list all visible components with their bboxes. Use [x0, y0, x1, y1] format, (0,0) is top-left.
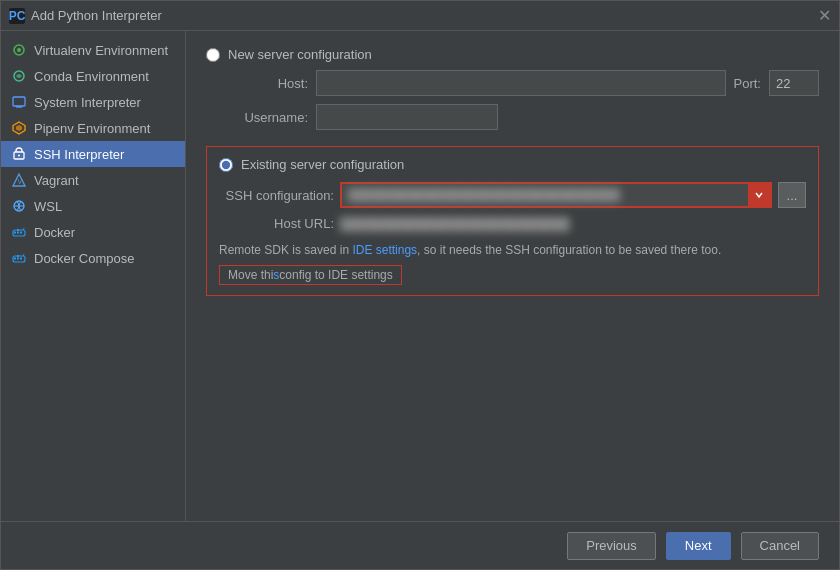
next-button[interactable]: Next — [666, 532, 731, 560]
new-server-radio-row: New server configuration — [206, 47, 819, 62]
host-url-row: Host URL: ███████████████████████████ — [219, 216, 806, 231]
host-input[interactable] — [316, 70, 726, 96]
new-server-form: Host: Port: 22 Username: — [206, 70, 819, 130]
svg-rect-3 — [13, 97, 25, 106]
ssh-config-row: SSH configuration: █████████████████████… — [219, 182, 806, 208]
vagrant-icon: V — [11, 172, 27, 188]
svg-text:V: V — [18, 178, 23, 185]
sidebar-label-ssh: SSH Interpreter — [34, 147, 124, 162]
host-label: Host: — [228, 76, 308, 91]
sidebar-label-conda: Conda Environment — [34, 69, 149, 84]
move-text-suffix: config to IDE settings — [279, 268, 392, 282]
title-bar-text: Add Python Interpreter — [31, 8, 817, 23]
info-text-suffix: , so it needs the SSH configuration to b… — [417, 243, 721, 257]
close-button[interactable]: ✕ — [817, 9, 831, 23]
conda-icon — [11, 68, 27, 84]
svg-rect-12 — [14, 232, 16, 234]
info-text-prefix: Remote SDK is saved in — [219, 243, 352, 257]
sidebar-label-wsl: WSL — [34, 199, 62, 214]
ssh-config-dropdown[interactable]: ████████████████████████████████ — [340, 182, 772, 208]
existing-server-section: Existing server configuration SSH config… — [206, 142, 819, 296]
sidebar-item-virtualenv[interactable]: Virtualenv Environment — [1, 37, 185, 63]
sidebar-label-virtualenv: Virtualenv Environment — [34, 43, 168, 58]
sidebar-label-docker: Docker — [34, 225, 75, 240]
existing-server-radio[interactable] — [219, 158, 233, 172]
add-python-interpreter-window: PC Add Python Interpreter ✕ Virtualenv E… — [0, 0, 840, 570]
content-area: Virtualenv Environment Conda Environment… — [1, 31, 839, 521]
svg-rect-20 — [17, 255, 19, 257]
sidebar-label-system: System Interpreter — [34, 95, 141, 110]
main-panel: New server configuration Host: Port: 22 … — [186, 31, 839, 521]
move-text-prefix: Move thi — [228, 268, 273, 282]
virtualenv-icon — [11, 42, 27, 58]
docker-compose-icon — [11, 250, 27, 266]
pipenv-icon — [11, 120, 27, 136]
title-bar: PC Add Python Interpreter ✕ — [1, 1, 839, 31]
sidebar-label-vagrant: Vagrant — [34, 173, 79, 188]
port-label: Port: — [734, 76, 761, 91]
dropdown-arrow-icon[interactable] — [748, 183, 770, 207]
ssh-config-value: ████████████████████████████████ — [348, 188, 748, 202]
cancel-button[interactable]: Cancel — [741, 532, 819, 560]
svg-rect-15 — [17, 229, 19, 231]
port-input[interactable]: 22 — [769, 70, 819, 96]
host-row: Host: Port: 22 — [228, 70, 819, 96]
move-config-row: Move this config to IDE settings — [219, 265, 806, 285]
username-label: Username: — [228, 110, 308, 125]
svg-rect-17 — [14, 258, 16, 260]
system-icon — [11, 94, 27, 110]
sidebar-label-pipenv: Pipenv Environment — [34, 121, 150, 136]
sidebar-label-docker-compose: Docker Compose — [34, 251, 134, 266]
sidebar: Virtualenv Environment Conda Environment… — [1, 31, 186, 521]
host-url-value: ███████████████████████████ — [340, 217, 570, 231]
sidebar-item-conda[interactable]: Conda Environment — [1, 63, 185, 89]
svg-point-1 — [17, 48, 21, 52]
svg-rect-13 — [17, 232, 19, 234]
username-input[interactable] — [316, 104, 498, 130]
existing-server-header: Existing server configuration — [219, 157, 806, 172]
app-icon: PC — [9, 8, 25, 24]
username-row: Username: — [228, 104, 819, 130]
wsl-icon — [11, 198, 27, 214]
svg-rect-18 — [17, 258, 19, 260]
sidebar-item-docker[interactable]: Docker — [1, 219, 185, 245]
move-config-button[interactable]: Move this config to IDE settings — [219, 265, 402, 285]
footer: Previous Next Cancel — [1, 521, 839, 569]
svg-rect-19 — [20, 258, 22, 260]
browse-button[interactable]: ... — [778, 182, 806, 208]
docker-icon — [11, 224, 27, 240]
ide-settings-link[interactable]: IDE settings — [352, 243, 417, 257]
new-server-label[interactable]: New server configuration — [228, 47, 372, 62]
existing-server-label[interactable]: Existing server configuration — [241, 157, 404, 172]
host-url-label: Host URL: — [219, 216, 334, 231]
sidebar-item-wsl[interactable]: WSL — [1, 193, 185, 219]
new-server-radio[interactable] — [206, 48, 220, 62]
previous-button[interactable]: Previous — [567, 532, 656, 560]
existing-server-box: Existing server configuration SSH config… — [206, 146, 819, 296]
sidebar-item-docker-compose[interactable]: Docker Compose — [1, 245, 185, 271]
sidebar-item-system[interactable]: System Interpreter — [1, 89, 185, 115]
svg-point-7 — [18, 155, 20, 157]
sidebar-item-pipenv[interactable]: Pipenv Environment — [1, 115, 185, 141]
ssh-icon — [11, 146, 27, 162]
svg-rect-14 — [20, 232, 22, 234]
sidebar-item-ssh[interactable]: SSH Interpreter — [1, 141, 185, 167]
ssh-config-label: SSH configuration: — [219, 188, 334, 203]
info-text-container: Remote SDK is saved in IDE settings, so … — [219, 241, 806, 259]
sidebar-item-vagrant[interactable]: V Vagrant — [1, 167, 185, 193]
